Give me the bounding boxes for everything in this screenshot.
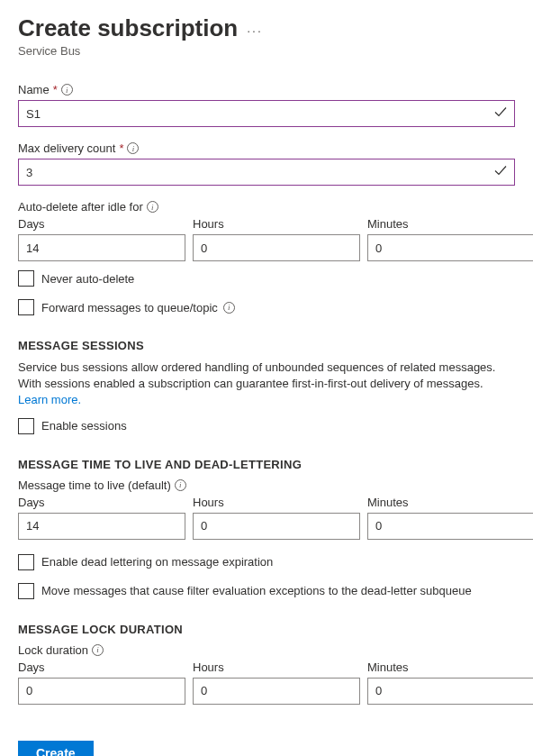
check-icon [493, 105, 508, 123]
auto-delete-duration: Days Hours Minutes Seconds [18, 217, 515, 261]
info-icon[interactable]: i [92, 644, 104, 656]
lock-days-input[interactable] [18, 678, 185, 705]
hours-label: Hours [193, 496, 360, 509]
info-icon[interactable]: i [223, 302, 235, 314]
required-marker: * [53, 83, 58, 96]
more-icon[interactable]: ··· [247, 23, 263, 38]
sessions-description: Service bus sessions allow ordered handl… [18, 360, 515, 409]
hours-label: Hours [193, 217, 360, 231]
lock-label: Lock duration i [18, 643, 104, 657]
lock-hours-input[interactable] [193, 678, 360, 705]
auto-delete-minutes-input[interactable] [367, 234, 533, 261]
lock-minutes-input[interactable] [367, 678, 533, 705]
ttl-duration: Days Hours Minutes Seconds [18, 496, 515, 540]
required-marker: * [119, 141, 123, 155]
days-label: Days [18, 496, 185, 509]
dead-letter-filter-checkbox[interactable] [18, 583, 34, 599]
minutes-label: Minutes [367, 217, 533, 231]
learn-more-link[interactable]: Learn more. [18, 393, 81, 406]
enable-sessions-label: Enable sessions [41, 419, 127, 433]
auto-delete-hours-input[interactable] [193, 234, 360, 261]
never-auto-delete-label: Never auto-delete [41, 272, 134, 286]
minutes-label: Minutes [367, 496, 533, 509]
page-title: Create subscription [18, 14, 238, 42]
info-icon[interactable]: i [127, 142, 139, 154]
check-icon [493, 164, 508, 181]
max-delivery-label: Max delivery count * i [18, 141, 139, 155]
info-icon[interactable]: i [61, 84, 73, 96]
ttl-hours-input[interactable] [193, 513, 360, 540]
name-label: Name * i [18, 83, 73, 96]
ttl-days-input[interactable] [18, 513, 185, 540]
info-icon[interactable]: i [147, 201, 158, 213]
max-delivery-input[interactable] [18, 159, 515, 186]
auto-delete-days-input[interactable] [18, 234, 185, 261]
forward-messages-label: Forward messages to queue/topic i [41, 301, 235, 314]
name-input[interactable] [18, 100, 515, 127]
ttl-heading: MESSAGE TIME TO LIVE AND DEAD-LETTERING [18, 458, 515, 471]
info-icon[interactable]: i [175, 479, 186, 491]
ttl-minutes-input[interactable] [367, 513, 533, 540]
lock-heading: MESSAGE LOCK DURATION [18, 623, 515, 636]
enable-sessions-checkbox[interactable] [18, 418, 34, 434]
sessions-heading: MESSAGE SESSIONS [18, 339, 515, 352]
days-label: Days [18, 660, 185, 674]
dead-letter-filter-label: Move messages that cause filter evaluati… [41, 584, 472, 597]
days-label: Days [18, 217, 185, 231]
ttl-label: Message time to live (default) i [18, 478, 186, 492]
forward-messages-checkbox[interactable] [18, 299, 34, 315]
auto-delete-label: Auto-delete after idle for i [18, 200, 158, 214]
minutes-label: Minutes [367, 660, 533, 674]
dead-letter-expire-checkbox[interactable] [18, 554, 34, 570]
dead-letter-expire-label: Enable dead lettering on message expirat… [41, 555, 273, 569]
hours-label: Hours [193, 660, 360, 674]
never-auto-delete-checkbox[interactable] [18, 270, 34, 287]
create-button[interactable]: Create [18, 741, 94, 756]
lock-duration: Days Hours Minutes Seconds [18, 660, 515, 705]
page-subtitle: Service Bus [18, 44, 515, 58]
